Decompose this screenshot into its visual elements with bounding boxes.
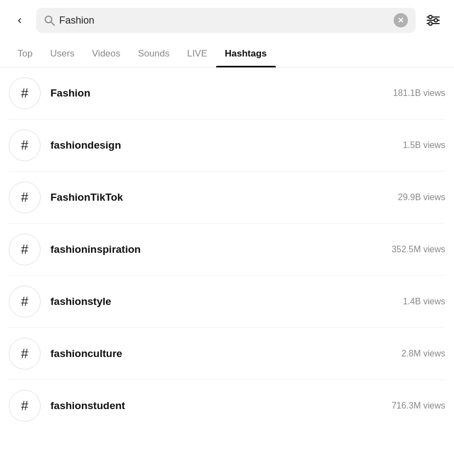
hashtag-row-content: fashionculture 2.8M views — [50, 348, 445, 360]
hashtag-item[interactable]: # fashionculture 2.8M views — [9, 328, 445, 380]
hashtag-symbol: # — [21, 190, 28, 205]
hashtag-list: # Fashion 181.1B views # fashiondesign 1… — [0, 67, 454, 432]
back-icon: ‹ — [18, 13, 21, 27]
svg-point-5 — [429, 15, 432, 19]
hashtag-icon-circle: # — [9, 234, 41, 265]
hashtag-icon-circle: # — [9, 129, 41, 161]
hashtag-icon-circle: # — [9, 286, 41, 318]
hashtag-icon-circle: # — [9, 182, 41, 213]
hashtag-name: Fashion — [50, 87, 90, 99]
hashtag-name: fashiondesign — [50, 139, 121, 151]
hashtag-symbol: # — [21, 86, 28, 101]
clear-button[interactable]: ✕ — [394, 13, 408, 27]
svg-line-1 — [51, 22, 54, 25]
hashtag-row-content: fashioninspiration 352.5M views — [50, 243, 445, 256]
search-input[interactable]: Fashion — [59, 15, 389, 26]
hashtag-name: fashionculture — [50, 348, 122, 360]
hashtag-item[interactable]: # fashioninspiration 352.5M views — [9, 224, 445, 276]
hashtag-row-content: Fashion 181.1B views — [50, 87, 445, 99]
hashtag-name: fashionstudent — [50, 400, 125, 412]
hashtag-item[interactable]: # fashionstyle 1.4B views — [9, 276, 445, 328]
hashtag-item[interactable]: # FashionTikTok 29.9B views — [9, 172, 445, 224]
hashtag-name: fashioninspiration — [50, 243, 141, 256]
search-bar: Fashion ✕ — [36, 8, 416, 33]
header: ‹ Fashion ✕ — [0, 0, 454, 41]
hashtag-row-content: fashionstyle 1.4B views — [50, 296, 445, 308]
filter-button[interactable] — [421, 8, 445, 32]
tab-sounds[interactable]: Sounds — [129, 41, 179, 67]
svg-point-7 — [429, 22, 432, 25]
hashtag-symbol: # — [21, 138, 28, 153]
hashtag-row-content: fashiondesign 1.5B views — [50, 139, 445, 151]
hashtag-icon-circle: # — [9, 390, 41, 422]
hashtag-symbol: # — [21, 346, 28, 361]
hashtag-views: 716.3M views — [391, 401, 445, 411]
clear-icon: ✕ — [398, 16, 404, 25]
tab-videos[interactable]: Videos — [83, 41, 129, 67]
tab-live[interactable]: LIVE — [178, 41, 216, 67]
hashtag-views: 2.8M views — [401, 349, 445, 359]
hashtag-name: fashionstyle — [50, 296, 111, 308]
hashtag-item[interactable]: # Fashion 181.1B views — [9, 67, 445, 120]
hashtag-item[interactable]: # fashiondesign 1.5B views — [9, 120, 445, 172]
tabs-bar: TopUsersVideosSoundsLIVEHashtags — [0, 41, 454, 67]
hashtag-views: 181.1B views — [393, 88, 445, 98]
search-icon — [44, 15, 55, 26]
svg-point-6 — [434, 19, 438, 22]
filter-icon — [426, 15, 440, 26]
back-button[interactable]: ‹ — [9, 9, 31, 31]
hashtag-views: 352.5M views — [391, 245, 445, 254]
hashtag-views: 29.9B views — [398, 192, 445, 202]
hashtag-icon-circle: # — [9, 77, 41, 109]
hashtag-views: 1.4B views — [403, 297, 445, 307]
hashtag-name: FashionTikTok — [50, 191, 123, 203]
hashtag-symbol: # — [21, 294, 28, 309]
tab-top[interactable]: Top — [9, 41, 41, 67]
hashtag-item[interactable]: # fashionstudent 716.3M views — [9, 380, 445, 432]
hashtag-icon-circle: # — [9, 338, 41, 370]
hashtag-symbol: # — [21, 398, 28, 413]
hashtag-row-content: FashionTikTok 29.9B views — [50, 191, 445, 203]
tab-users[interactable]: Users — [41, 41, 83, 67]
hashtag-views: 1.5B views — [403, 140, 445, 150]
hashtag-row-content: fashionstudent 716.3M views — [50, 400, 445, 412]
hashtag-symbol: # — [21, 242, 28, 257]
tab-hashtags[interactable]: Hashtags — [216, 41, 276, 67]
